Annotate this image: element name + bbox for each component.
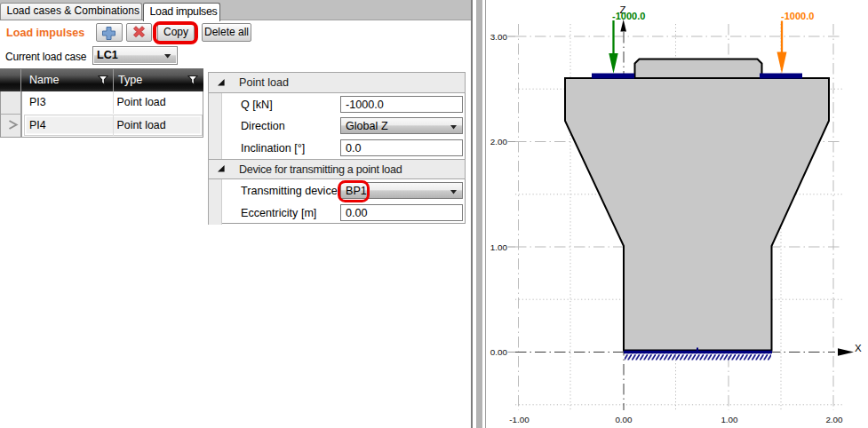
svg-text:3.00: 3.00 xyxy=(490,32,508,42)
svg-text:1.00: 1.00 xyxy=(721,415,738,424)
svg-text:2.00: 2.00 xyxy=(490,137,508,147)
svg-text:-1000.0: -1000.0 xyxy=(612,11,645,21)
svg-text:-1.00: -1.00 xyxy=(509,415,530,424)
svg-text:X: X xyxy=(855,343,862,353)
svg-text:0.00: 0.00 xyxy=(615,415,633,424)
svg-text:-1000.0: -1000.0 xyxy=(781,11,814,21)
svg-text:2.00: 2.00 xyxy=(825,415,843,424)
svg-text:1.00: 1.00 xyxy=(490,242,508,252)
svg-text:0.00: 0.00 xyxy=(490,347,508,357)
